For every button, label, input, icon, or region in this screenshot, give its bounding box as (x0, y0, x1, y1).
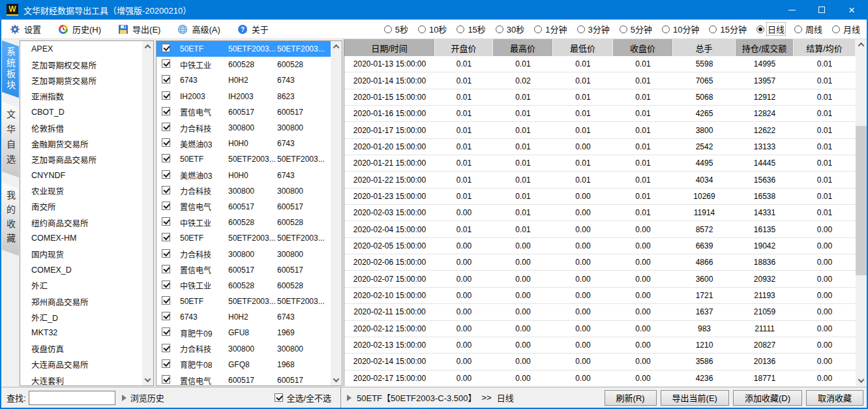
period-radio[interactable]: 15秒 (456, 22, 486, 36)
sidebar-exchange-item[interactable]: 国内现货 (20, 246, 142, 262)
instrument-row[interactable]: 6743 H0H2 6743 (157, 72, 331, 88)
period-radio[interactable]: 日线 (756, 22, 786, 36)
advanced-button[interactable]: 高级(A) (169, 20, 228, 38)
scroll-down-icon[interactable] (142, 374, 153, 386)
period-radio[interactable]: 1分钟 (534, 22, 568, 36)
instrument-row[interactable]: 中铁工业 600528 600528 (157, 57, 331, 72)
period-radio[interactable]: 周线 (794, 22, 824, 36)
export-current-button[interactable]: 导出当前(E) (661, 390, 729, 406)
table-row[interactable]: 2020-02-14 15:00:00 0.00 0.00 0.00 0.00 … (344, 354, 856, 370)
table-row[interactable]: 2020-02-07 15:00:00 0.00 0.00 0.00 0.00 … (344, 271, 856, 287)
instrument-scrollbar[interactable] (331, 41, 342, 386)
sidebar-exchange-item[interactable]: COMEX_D (20, 262, 142, 278)
column-header[interactable]: 持仓/成交额 (736, 39, 794, 56)
scroll-up-icon[interactable] (142, 41, 153, 52)
remove-favorite-button[interactable]: 取消收藏 (806, 390, 863, 406)
close-button[interactable]: × (837, 0, 867, 20)
instrument-row[interactable]: 50ETF 50ETF2003... 50ETF2003... (157, 230, 331, 246)
column-header[interactable]: 日期/时间 (344, 39, 435, 56)
column-header[interactable]: 最低价 (553, 39, 613, 56)
search-input[interactable] (29, 391, 115, 405)
column-header[interactable]: 总手 (673, 39, 736, 56)
instrument-checkbox[interactable] (162, 296, 180, 307)
tab-system-sectors[interactable]: 系统板块 (2, 40, 19, 98)
instrument-row[interactable]: 置信电气 600517 600517 (157, 262, 331, 278)
table-row[interactable]: 2020-02-13 15:00:00 0.00 0.00 0.00 0.00 … (344, 337, 856, 354)
table-row[interactable]: 2020-01-14 15:00:00 0.01 0.02 0.01 0.01 … (344, 72, 856, 89)
instrument-row[interactable]: 置信电气 600517 600517 (157, 104, 331, 120)
scroll-up-icon[interactable] (331, 41, 342, 52)
instrument-checkbox[interactable] (162, 123, 180, 133)
refresh-button[interactable]: 刷新(R) (605, 390, 657, 406)
maximize-button[interactable] (807, 0, 837, 20)
sidebar-exchange-item[interactable]: 大连商品交易所 (20, 357, 142, 372)
tab-wenhua-watchlist[interactable]: 文华自选 (2, 102, 19, 177)
instrument-checkbox[interactable] (162, 280, 180, 291)
history-button[interactable]: 历史(H) (50, 20, 110, 38)
instrument-row[interactable]: 美燃油03 H0H0 6743 (157, 168, 331, 183)
instrument-row[interactable]: 置信电气 600517 600517 (157, 372, 331, 386)
instrument-row[interactable]: 中铁工业 600528 600528 (157, 278, 331, 294)
instrument-row[interactable]: 育肥牛08 GFQ8 1968 (157, 357, 331, 372)
instrument-checkbox[interactable] (162, 107, 180, 117)
period-radio[interactable]: 3分钟 (577, 22, 611, 36)
instrument-row[interactable]: 力合科技 300800 300800 (157, 341, 331, 357)
sidebar-exchange-item[interactable]: 纽约商品交易所 (20, 215, 142, 230)
export-button[interactable]: 导出(E) (110, 20, 169, 38)
sidebar-exchange-item[interactable]: 芝加哥期权交易所 (20, 57, 142, 72)
sidebar-exchange-item[interactable]: 亚洲指数 (20, 89, 142, 104)
scrollbar-thumb[interactable] (856, 126, 867, 275)
table-row[interactable]: 2020-01-15 15:00:00 0.01 0.01 0.01 0.01 … (344, 89, 856, 106)
sidebar-exchange-item[interactable]: APEX (20, 41, 142, 57)
sidebar-exchange-item[interactable]: CBOT_D (20, 104, 142, 120)
table-row[interactable]: 2020-01-23 15:00:00 0.01 0.01 0.00 0.01 … (344, 189, 856, 205)
table-row[interactable]: 2020-02-11 15:00:00 0.00 0.00 0.00 0.00 … (344, 304, 856, 320)
period-radio[interactable]: 30秒 (496, 22, 526, 36)
instrument-checkbox[interactable] (162, 202, 180, 212)
sidebar-exchange-item[interactable]: COMEX-HM (20, 230, 142, 246)
instrument-row[interactable]: 50ETF 50ETF2003... 50ETF2003... (157, 151, 331, 167)
scroll-down-icon[interactable] (331, 374, 342, 386)
table-row[interactable]: 2020-01-21 15:00:00 0.01 0.01 0.01 0.01 … (344, 155, 856, 172)
sidebar-exchange-item[interactable]: CNYNDF (20, 168, 142, 183)
sidebar-exchange-item[interactable]: 郑州商品交易所 (20, 294, 142, 309)
instrument-checkbox[interactable] (162, 249, 180, 260)
browse-history-button[interactable]: 浏览历史 (122, 391, 164, 404)
instrument-row[interactable]: 美燃油03 H0H0 6743 (157, 136, 331, 151)
minimize-button[interactable] (777, 0, 807, 20)
scroll-up-icon[interactable] (856, 39, 867, 50)
instrument-checkbox[interactable] (162, 312, 180, 322)
table-row[interactable]: 2020-02-05 15:00:00 0.00 0.00 0.00 0.00 … (344, 238, 856, 254)
instrument-checkbox[interactable] (162, 154, 180, 164)
table-row[interactable]: 2020-02-06 15:00:00 0.00 0.00 0.00 0.00 … (344, 254, 856, 271)
instrument-row[interactable]: 力合科技 300800 300800 (157, 183, 331, 199)
settings-button[interactable]: 设置 (1, 20, 50, 38)
instrument-row[interactable]: 置信电气 600517 600517 (157, 199, 331, 215)
add-favorite-button[interactable]: 添加收藏(D) (733, 390, 802, 406)
sidebar-exchange-item[interactable]: 外汇_D (20, 309, 142, 325)
table-row[interactable]: 2020-02-10 15:00:00 0.00 0.00 0.00 0.00 … (344, 288, 856, 304)
about-button[interactable]: ? 关于 (229, 20, 277, 38)
table-row[interactable]: 2020-02-17 15:00:00 0.00 0.00 0.00 0.00 … (344, 371, 856, 386)
sidebar-exchange-item[interactable]: 芝加哥期货交易所 (20, 72, 142, 88)
table-row[interactable]: 2020-01-13 15:00:00 0.01 0.01 0.01 0.01 … (344, 56, 856, 72)
column-header[interactable]: 开盘价 (435, 39, 493, 56)
sidebar-exchange-item[interactable]: MKT32 (20, 325, 142, 341)
table-row[interactable]: 2020-02-04 15:00:00 0.01 0.01 0.00 0.00 … (344, 221, 856, 237)
table-row[interactable]: 2020-01-20 15:00:00 0.01 0.01 0.00 0.01 … (344, 139, 856, 155)
period-radio[interactable]: 15分钟 (709, 22, 747, 36)
instrument-checkbox[interactable] (162, 375, 180, 386)
instrument-row[interactable]: 力合科技 300800 300800 (157, 246, 331, 262)
instrument-checkbox[interactable] (162, 75, 180, 85)
table-row[interactable]: 2020-01-17 15:00:00 0.01 0.01 0.01 0.01 … (344, 122, 856, 138)
instrument-row[interactable]: IH2003 IH2003 8623 (157, 89, 331, 104)
instrument-checkbox[interactable] (162, 186, 180, 196)
instrument-checkbox[interactable] (162, 217, 180, 228)
instrument-row[interactable]: 6743 H0H2 6743 (157, 309, 331, 325)
table-row[interactable]: 2020-01-16 15:00:00 0.01 0.01 0.01 0.01 … (344, 106, 856, 122)
select-all-checkbox[interactable]: 全选/全不选 (275, 391, 331, 404)
instrument-checkbox[interactable] (162, 44, 180, 54)
scroll-down-icon[interactable] (856, 375, 867, 386)
exchange-scrollbar[interactable] (142, 41, 153, 386)
instrument-checkbox[interactable] (162, 91, 180, 102)
